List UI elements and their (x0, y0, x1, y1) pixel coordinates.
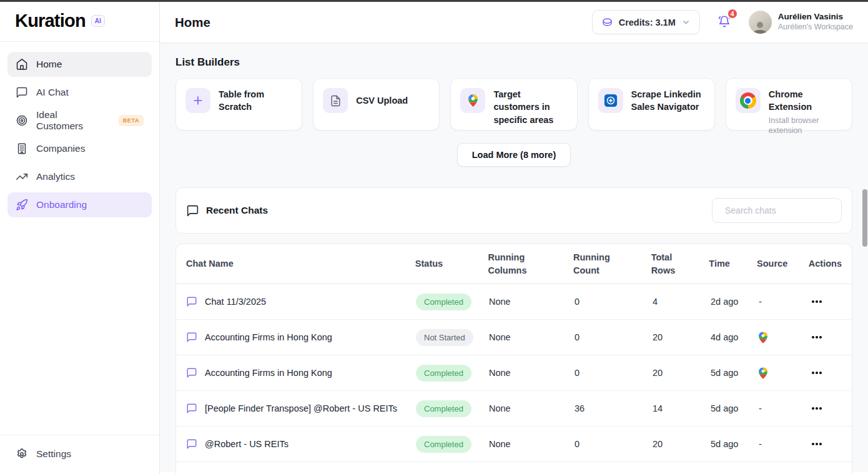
status-badge: Completed (416, 365, 471, 382)
user-text: Aurélien Vasinis Aurélien's Workspace (778, 12, 853, 32)
content: List Builders Table from Scratch CSV Upl… (160, 43, 868, 472)
total-rows-value: 20 (653, 368, 663, 378)
sidebar-item-onboarding[interactable]: Onboarding (7, 192, 152, 217)
chat-icon (16, 86, 28, 99)
total-rows-value: 14 (653, 403, 663, 413)
running-columns-value: None (489, 332, 511, 342)
card-target-customers-areas[interactable]: Target customers in specific areas (450, 78, 577, 131)
search-chats-box[interactable] (712, 198, 842, 223)
card-title: Scrape Linkedin Sales Navigator (631, 88, 705, 114)
sidebar-item-companies[interactable]: Companies (7, 136, 152, 161)
sidebar-item-label: Home (36, 59, 62, 70)
list-builders-title: List Builders (175, 56, 852, 69)
plus-icon (185, 88, 210, 113)
card-table-from-scratch[interactable]: Table from Scratch (175, 78, 302, 131)
column-header-total-rows: Total Rows (651, 251, 709, 277)
source-value: - (759, 297, 762, 307)
gear-icon (16, 448, 28, 460)
chat-icon (186, 403, 197, 414)
column-header-running-columns: Running Columns (488, 251, 573, 277)
running-count-value: 0 (575, 368, 579, 378)
credits-label: Credits: 3.1M (619, 17, 676, 27)
notification-count-badge: 4 (727, 8, 738, 19)
column-header-time: Time (709, 257, 757, 270)
search-chats-input[interactable] (725, 205, 838, 215)
chat-name: [People Finder Transpose] @Robert - US R… (205, 403, 397, 413)
chevron-down-icon (681, 17, 691, 27)
card-csv-upload[interactable]: CSV Upload (313, 78, 440, 131)
time-value: 2d ago (711, 297, 738, 307)
row-actions-button[interactable] (811, 439, 823, 449)
table-row[interactable]: [People Finder Transpose] @Robert - US R… (176, 391, 852, 427)
card-scrape-linkedin[interactable]: Scrape Linkedin Sales Navigator (588, 78, 715, 131)
card-title: CSV Upload (356, 94, 408, 107)
table-row[interactable]: Accounting Firms in Hong Kong Completed … (176, 355, 852, 391)
chat-icon (186, 367, 197, 378)
source-value: - (759, 439, 762, 449)
sidebar-item-settings[interactable]: Settings (7, 442, 152, 467)
chat-icon (186, 296, 197, 307)
notifications-button[interactable]: 4 (716, 13, 732, 32)
user-name: Aurélien Vasinis (778, 12, 853, 22)
top-border (0, 0, 868, 2)
logo-ai-badge: AI (91, 15, 105, 27)
sidebar-nav: Home AI Chat Ideal Customers BETA Compan… (0, 42, 159, 217)
column-header-chat-name: Chat Name (186, 257, 415, 270)
sidebar: Kuration AI Home AI Chat Ideal Customers… (0, 0, 160, 474)
sidebar-item-ideal-customers[interactable]: Ideal Customers BETA (7, 108, 152, 133)
running-count-value: 36 (575, 403, 584, 413)
topbar-right: Credits: 3.1M 4 Aurélien Vasinis Aurélie… (592, 10, 853, 34)
table-row[interactable]: Accounting Firms in Hong Kong Not Starte… (176, 320, 852, 355)
recent-chats-header-card: Recent Chats (175, 187, 852, 234)
recent-chats-table: Chat Name Status Running Columns Running… (175, 244, 852, 474)
sidebar-item-label: Onboarding (36, 199, 87, 210)
chat-name: Chat 11/3/2025 (205, 297, 266, 307)
row-actions-button[interactable] (811, 332, 823, 342)
running-columns-value: None (489, 368, 511, 378)
target-icon (16, 114, 28, 127)
home-icon (16, 58, 28, 71)
topbar: Home Credits: 3.1M 4 Aurélien Vasinis Au… (160, 0, 868, 43)
card-title: Table from Scratch (219, 88, 292, 114)
google-maps-pin-icon (759, 367, 767, 379)
sidebar-item-label: AI Chat (36, 87, 69, 98)
running-count-value: 0 (575, 332, 579, 342)
column-header-status: Status (415, 257, 488, 270)
trend-icon (16, 170, 28, 183)
user-menu[interactable]: Aurélien Vasinis Aurélien's Workspace (749, 11, 853, 34)
row-actions-button[interactable] (811, 403, 823, 413)
sidebar-item-ai-chat[interactable]: AI Chat (7, 80, 152, 105)
credits-coin-icon (601, 16, 613, 28)
user-workspace: Aurélien's Workspace (778, 22, 853, 32)
card-title: Target customers in specific areas (493, 88, 567, 126)
map-pin-icon (460, 88, 485, 113)
card-title: Chrome Extension (769, 88, 842, 114)
time-value: 5d ago (711, 439, 738, 449)
table-row[interactable]: @Robert - US REITs Completed None 0 20 5… (176, 427, 852, 462)
beta-badge: BETA (119, 115, 144, 126)
list-builder-cards: Table from Scratch CSV Upload (175, 78, 852, 131)
time-value: 5d ago (711, 368, 738, 378)
total-rows-value: 4 (653, 297, 658, 307)
chat-name: Accounting Firms in Hong Kong (205, 368, 332, 378)
rocket-icon (16, 199, 28, 211)
table-row[interactable]: Chat 11/3/2025 Completed None 0 4 2d ago… (176, 284, 852, 320)
source-value: - (759, 403, 762, 413)
scrollbar-thumb[interactable] (862, 189, 867, 247)
row-actions-button[interactable] (811, 368, 823, 378)
sidebar-item-analytics[interactable]: Analytics (7, 164, 152, 189)
time-value: 5d ago (711, 403, 738, 413)
load-more-button[interactable]: Load More (8 more) (457, 143, 571, 167)
credits-button[interactable]: Credits: 3.1M (592, 10, 700, 34)
chrome-icon (736, 88, 761, 113)
sidebar-item-home[interactable]: Home (7, 52, 152, 77)
running-columns-value: None (489, 297, 511, 307)
logo: Kuration AI (0, 0, 159, 42)
avatar (749, 11, 772, 34)
google-maps-pin-icon (759, 332, 767, 343)
card-chrome-extension[interactable]: Chrome Extension Install browser extensi… (726, 78, 852, 131)
total-rows-value: 20 (653, 332, 663, 342)
running-count-value: 0 (575, 297, 579, 307)
row-actions-button[interactable] (811, 297, 823, 307)
card-subtitle: Install browser extension (769, 116, 842, 137)
